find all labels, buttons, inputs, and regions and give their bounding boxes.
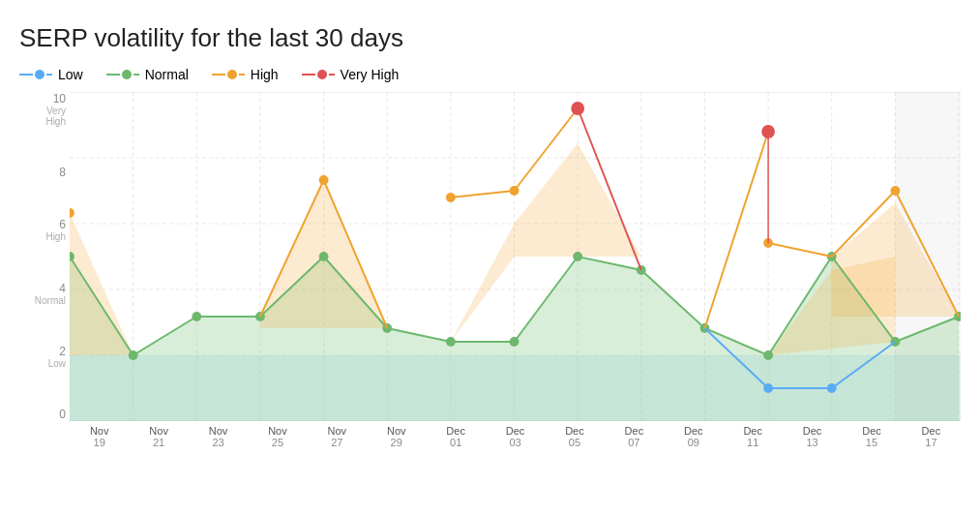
x-label-nov27: Nov 27 [308, 421, 367, 450]
chart-svg [70, 92, 961, 421]
x-label-dec01: Dec 01 [426, 421, 485, 450]
dot-low-dec11 [763, 383, 773, 393]
dot-normal-6 [446, 337, 456, 347]
legend-label-high: High [251, 67, 279, 82]
y-label-6: 6 High [19, 218, 70, 242]
dot-normal-2 [192, 312, 201, 321]
x-label-nov23: Nov 23 [189, 421, 248, 450]
legend: Low Normal High [19, 67, 961, 82]
x-label-nov21: Nov 21 [129, 421, 188, 450]
x-label-dec05: Dec 05 [545, 421, 604, 450]
dot-normal-1 [129, 350, 138, 360]
y-axis: 10 VeryHigh 8 6 High 4 Normal 2 Low 0 [19, 92, 70, 421]
y-label-8: 8 [19, 166, 70, 179]
svg-marker-24 [70, 213, 134, 355]
x-label-dec07: Dec 07 [605, 421, 664, 450]
x-label-dec17: Dec 17 [902, 421, 961, 450]
x-label-dec11: Dec 11 [723, 421, 782, 450]
dot-normal-8 [573, 252, 582, 261]
y-label-10: 10 VeryHigh [19, 92, 70, 127]
dot-normal-4 [319, 252, 329, 261]
dot-very-high-dec09 [762, 126, 774, 137]
x-label-dec15: Dec 15 [842, 421, 901, 450]
legend-label-very-high: Very High [341, 67, 400, 82]
legend-item-normal: Normal [106, 67, 189, 82]
x-label-dec13: Dec 13 [783, 421, 842, 450]
legend-item-very-high: Very High [302, 67, 400, 82]
dot-normal-7 [510, 337, 520, 347]
x-label-nov25: Nov 25 [248, 421, 307, 450]
chart-title: SERP volatility for the last 30 days [19, 23, 961, 53]
dot-high-3 [319, 175, 329, 185]
dot-low-dec13 [827, 383, 837, 393]
legend-item-high: High [212, 67, 279, 82]
y-label-4: 4 Normal [19, 282, 70, 306]
chart-area: 10 VeryHigh 8 6 High 4 Normal 2 Low 0 [19, 92, 961, 450]
chart-plot [70, 92, 961, 421]
x-label-nov29: Nov 29 [367, 421, 426, 450]
x-axis: Nov 19 Nov 21 Nov 23 Nov 25 Nov 27 Nov 2… [70, 421, 961, 450]
dot-high-6 [446, 193, 456, 202]
y-label-2: 2 Low [19, 345, 70, 369]
legend-label-low: Low [58, 67, 83, 82]
chart-container: SERP volatility for the last 30 days Low… [0, 0, 980, 516]
x-label-dec09: Dec 09 [664, 421, 723, 450]
y-label-0: 0 [19, 408, 70, 421]
dot-high-0 [70, 208, 74, 218]
x-label-dec03: Dec 03 [486, 421, 545, 450]
dot-normal-11 [763, 350, 773, 360]
x-label-nov19: Nov 19 [70, 421, 129, 450]
legend-item-low: Low [19, 67, 83, 82]
dot-very-high-dec05 [572, 103, 583, 114]
legend-label-normal: Normal [145, 67, 189, 82]
